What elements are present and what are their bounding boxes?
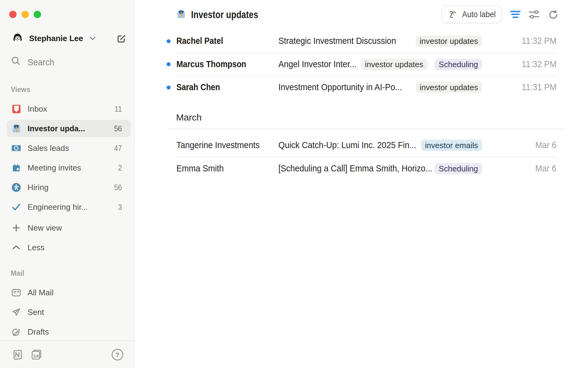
svg-text:?: ?	[115, 351, 119, 358]
svg-text:14: 14	[33, 353, 39, 358]
